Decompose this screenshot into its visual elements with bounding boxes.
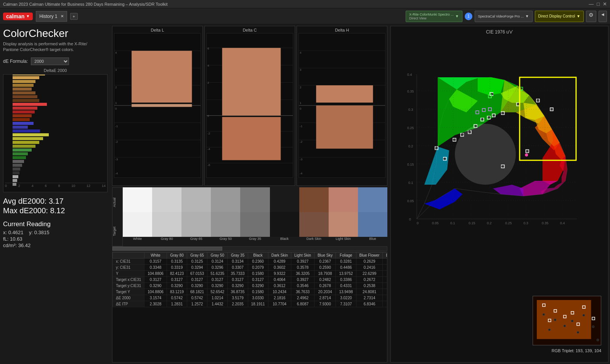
minimize-button[interactable]: —	[589, 1, 594, 7]
swatch-actual[interactable]	[358, 187, 387, 212]
swatch-actual[interactable]	[240, 187, 270, 212]
settings-button[interactable]: ⚙	[586, 11, 596, 22]
swatch-target[interactable]	[123, 212, 152, 237]
bar-row	[13, 122, 106, 125]
spectracal-dropdown-icon[interactable]: ▼	[525, 14, 529, 18]
swatch-target[interactable]	[358, 212, 387, 237]
bar-row	[13, 133, 106, 136]
cie-chart: CIE 1976 u'v'	[390, 26, 608, 362]
xrite-device-button[interactable]: X-Rite ColorMunki Spectro ... Direct Vie…	[406, 11, 462, 22]
table-row: Target Y104.880683.121968.182152.654236.…	[113, 289, 388, 295]
table-row: y: CIE310.33480.33190.32940.32960.33070.…	[113, 265, 388, 271]
xrite-dropdown-icon[interactable]: ▼	[455, 14, 459, 18]
rgb-triplet: RGB Triplet: 193, 139, 104	[552, 348, 601, 353]
logo-dropdown[interactable]: ▼	[26, 14, 30, 18]
ddc-dropdown-icon[interactable]: ▼	[576, 14, 580, 18]
bar-fill	[13, 148, 32, 152]
avg-de-stat: Avg dE2000: 3.17	[3, 197, 108, 206]
svg-text:-1: -1	[300, 125, 303, 128]
de-formula-select[interactable]: 2000 76 94	[31, 57, 69, 65]
svg-text:0: 0	[409, 217, 411, 221]
current-reading-section: Current Reading x: 0.4621 y: 0.3815 fL: …	[3, 220, 108, 248]
svg-point-63	[455, 124, 516, 185]
swatch-target[interactable]	[270, 212, 299, 237]
bar-row	[13, 168, 106, 171]
svg-text:0.15: 0.15	[407, 163, 414, 166]
center-panel: Delta L 4 3 2 1	[111, 24, 389, 364]
swatch-name: Black	[270, 237, 299, 245]
data-table: WhiteGray 80Gray 65Gray 50Gray 35BlackDa…	[112, 252, 387, 307]
svg-point-136	[481, 118, 483, 120]
swatch-target[interactable]	[299, 212, 329, 237]
swatch-target[interactable]	[240, 212, 270, 237]
table-cell: 0.2614	[383, 277, 387, 283]
table-cell: 0.3127	[207, 277, 228, 283]
table-cell: 7.3107	[336, 301, 356, 307]
data-table-container[interactable]: WhiteGray 80Gray 65Gray 50Gray 35BlackDa…	[112, 252, 387, 362]
history-tab[interactable]: History 1 ✕	[36, 11, 67, 22]
table-cell: 0.3127	[228, 277, 248, 283]
add-tab-button[interactable]: +	[70, 13, 78, 20]
swatch-actual[interactable]	[329, 187, 358, 212]
table-column-header: Light Skin	[291, 252, 315, 259]
table-cell: 0.3546	[291, 283, 315, 289]
bar-fill	[13, 156, 26, 159]
cie-inset-chart	[533, 296, 601, 345]
swatch-target[interactable]	[152, 212, 181, 237]
horizontal-scrollbar[interactable]	[112, 246, 387, 251]
close-button[interactable]: ✕	[603, 1, 607, 7]
svg-text:0: 0	[417, 221, 419, 225]
svg-point-146	[526, 150, 528, 152]
bar-fill	[13, 152, 28, 155]
swatch-target[interactable]	[181, 212, 211, 237]
svg-text:0.25: 0.25	[505, 221, 512, 225]
max-de-stat: Max dE2000: 8.12	[3, 206, 108, 215]
collapse-button[interactable]: ◄	[599, 11, 607, 22]
table-cell: 68.1821	[187, 289, 207, 295]
table-cell: 0.3281	[336, 259, 356, 265]
ddc-button[interactable]: Direct Display Control ▼	[535, 11, 584, 22]
bar-fill	[13, 118, 30, 121]
channel-indicator[interactable]: 1	[465, 13, 472, 20]
svg-text:2: 2	[207, 81, 209, 85]
close-tab-icon[interactable]: ✕	[61, 14, 64, 18]
delta-c-chart: Delta C 6 4 2 0	[204, 26, 295, 186]
swatch-actual[interactable]	[123, 187, 152, 212]
bar-row	[13, 126, 106, 129]
swatch-target[interactable]	[329, 212, 358, 237]
bar-row	[13, 171, 106, 174]
svg-rect-52	[316, 105, 373, 148]
table-column-header: Gray 35	[228, 252, 248, 259]
table-cell: 1.0214	[207, 295, 228, 301]
spectracal-device-button[interactable]: SpectraCal VideoForge Pro ... ▼	[475, 11, 533, 22]
current-reading-title: Current Reading	[3, 220, 108, 228]
maximize-button[interactable]: □	[597, 1, 600, 7]
bar-fill	[13, 122, 34, 125]
table-cell: 0.3125	[187, 259, 207, 265]
swatch-name: Light Skin	[329, 237, 358, 245]
table-row-label: y: CIE31	[113, 265, 144, 271]
app-logo: calman ▼	[3, 13, 33, 20]
swatch-target[interactable]	[211, 212, 240, 237]
svg-text:2: 2	[115, 86, 117, 89]
swatch-actual[interactable]	[299, 187, 329, 212]
delta-h-area: 4 3 2 1 0 -1 -2 -3 -4	[299, 33, 385, 178]
svg-text:0.35: 0.35	[407, 89, 414, 93]
bar-fill	[13, 74, 45, 76]
svg-text:3: 3	[115, 68, 117, 72]
table-cell: 0.3157	[144, 259, 167, 265]
table-cell: 67.0153	[187, 271, 207, 277]
bar-row	[13, 76, 106, 79]
svg-text:0: 0	[300, 107, 302, 110]
swatch-actual[interactable]	[270, 187, 299, 212]
svg-point-139	[501, 112, 504, 114]
swatches-names: WhiteGray 80Gray 65Gray 50Gray 35BlackDa…	[123, 237, 387, 245]
swatch-name: Gray 65	[181, 237, 211, 245]
swatch-actual[interactable]	[152, 187, 181, 212]
swatch-actual[interactable]	[181, 187, 211, 212]
table-cell: 51.6235	[207, 271, 228, 277]
bar-fill	[13, 175, 18, 178]
swatch-name: Gray 35	[240, 237, 270, 245]
swatch-actual[interactable]	[211, 187, 240, 212]
bar-row	[13, 152, 106, 155]
